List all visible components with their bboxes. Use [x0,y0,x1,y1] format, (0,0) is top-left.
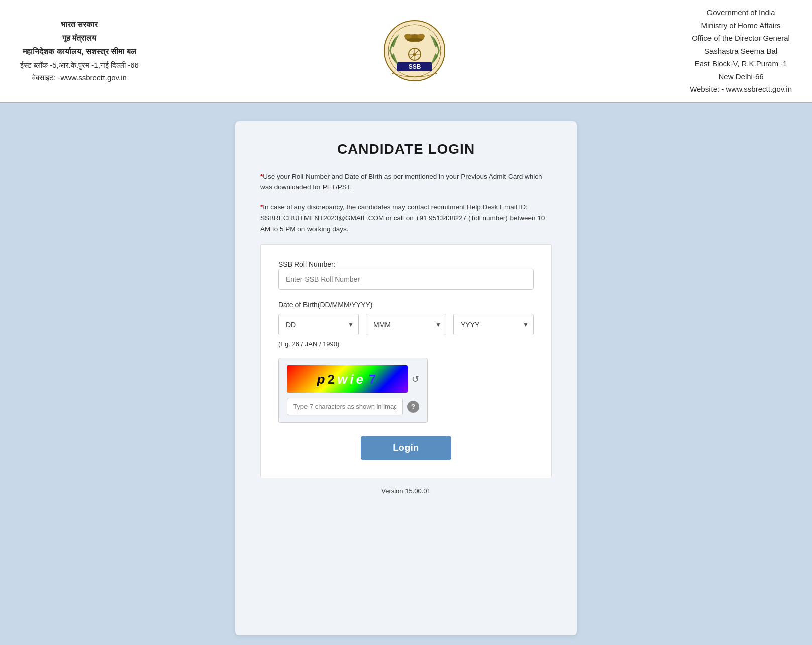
cap-char-e: e [356,371,364,387]
cap-char-w: w [337,371,349,387]
captcha-text: p 2 w i e 7 [317,371,378,387]
cap-char-p: p [317,371,327,387]
captcha-image-row: p 2 w i e 7 ↺ [287,365,419,393]
notice1-text: Use your Roll Number and Date of Birth a… [260,173,542,191]
dd-wrapper: DD ▼ [278,314,359,335]
login-button[interactable]: Login [361,436,451,460]
gov-line5: East Block-V, R.K.Puram -1 [690,57,792,70]
gov-line3: Office of the Director General [690,32,792,45]
page-title: CANDIDATE LOGIN [260,141,552,157]
mmm-wrapper: MMM ▼ [366,314,446,335]
gov-line4: Sashastra Seema Bal [690,45,792,58]
svg-rect-3 [407,38,422,41]
login-card: CANDIDATE LOGIN *Use your Roll Number an… [235,121,577,635]
header-left: भारत सरकार गृह मंत्रालय महानिदेशक कार्या… [20,18,139,84]
hindi-line5: वेबसाइट: -www.ssbrectt.gov.in [20,71,139,84]
form-container: SSB Roll Number: Date of Birth(DD/MMM/YY… [260,244,552,478]
hindi-line3: महानिदेशक कार्यालय, सशस्त्र सीमा बल [20,45,139,58]
captcha-input-row: ? [287,398,419,415]
svg-point-5 [418,34,425,39]
notice1: *Use your Roll Number and Date of Birth … [260,171,552,193]
roll-label: SSB Roll Number: [278,260,336,268]
ssb-logo: SSB [382,18,447,83]
hindi-line2: गृह मंत्रालय [20,31,139,45]
captcha-container: p 2 w i e 7 ↺ ? [278,358,428,423]
dd-select[interactable]: DD [278,314,359,335]
main-content: CANDIDATE LOGIN *Use your Roll Number an… [0,103,812,646]
yyyy-select[interactable]: YYYY [453,314,534,335]
svg-text:SSB: SSB [408,63,421,70]
captcha-image: p 2 w i e 7 [287,365,408,393]
gov-line1: Government of India [690,6,792,19]
version-text: Version 15.00.01 [260,487,552,495]
captcha-help-icon[interactable]: ? [407,401,419,413]
hindi-line1: भारत सरकार [20,18,139,31]
cap-char-2: 2 [328,371,336,387]
mmm-select[interactable]: MMM [366,314,446,335]
roll-number-input[interactable] [278,269,534,290]
cap-char-7: 7 [369,371,377,387]
gov-line6: New Delhi-66 [690,70,792,83]
page-header: भारत सरकार गृह मंत्रालय महानिदेशक कार्या… [0,0,812,103]
notice2-text: In case of any discrepancy, the candidat… [260,203,545,233]
header-right: Government of India Ministry of Home Aff… [690,6,792,96]
gov-line7: Website: - www.ssbrectt.gov.in [690,83,792,96]
yyyy-wrapper: YYYY ▼ [453,314,534,335]
dob-row: DD ▼ MMM ▼ YYYY ▼ [278,314,534,335]
header-center-logo: SSB [382,18,447,83]
captcha-input[interactable] [287,398,403,415]
dob-example: (Eg. 26 / JAN / 1990) [278,340,534,348]
dob-label: Date of Birth(DD/MMM/YYYY) [278,301,534,309]
captcha-refresh-button[interactable]: ↺ [412,374,419,385]
hindi-line4: ईस्ट ब्लॉक -5,आर.के.पुरम -1,नई दिल्ली -6… [20,59,139,72]
svg-point-4 [404,34,412,39]
gov-line2: Ministry of Home Affairs [690,19,792,32]
cap-char-i: i [350,371,355,387]
notice2: *In case of any discrepancy, the candida… [260,202,552,235]
